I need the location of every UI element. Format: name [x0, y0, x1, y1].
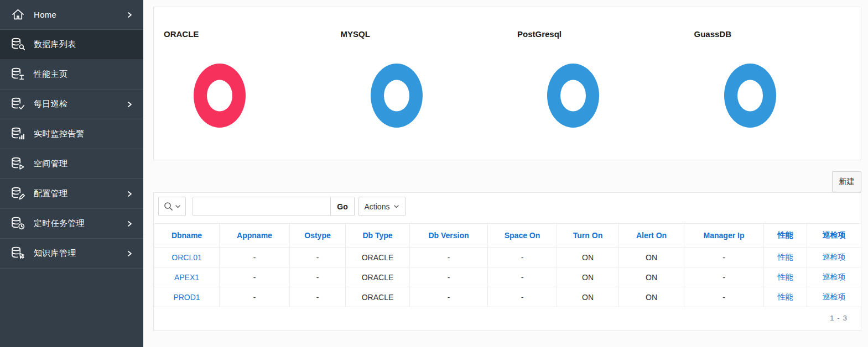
- cell-inspection: 巡检项: [807, 248, 861, 267]
- cell-dbname: ORCL01: [154, 248, 220, 267]
- cell-inspection: 巡检项: [807, 287, 861, 307]
- search-dropdown-button[interactable]: [158, 197, 186, 216]
- donut-ring: [724, 63, 777, 128]
- sidebar-item-daily-inspection[interactable]: 每日巡检: [0, 90, 143, 119]
- chart-title: PostGresql: [517, 29, 562, 39]
- database-list-report-card: Go Actions Dbname Appname Ostype Db Type…: [153, 192, 861, 330]
- cell-space-on: -: [488, 267, 557, 287]
- sidebar-item-home[interactable]: Home: [0, 0, 143, 30]
- search-icon: [164, 202, 173, 211]
- cell-db-version: -: [410, 248, 488, 267]
- sidebar-item-space-management[interactable]: 空间管理: [0, 149, 143, 179]
- database-play-icon: [11, 156, 25, 171]
- cell-ostype: -: [290, 287, 346, 307]
- database-pointer-icon: [11, 246, 25, 261]
- performance-link[interactable]: 性能: [778, 272, 793, 281]
- cell-manager-ip: -: [684, 267, 764, 287]
- column-header-ostype[interactable]: Ostype: [290, 224, 346, 248]
- cell-inspection: 巡检项: [807, 267, 861, 287]
- sidebar-item-label: 数据库列表: [34, 39, 133, 50]
- donut-ring: [370, 63, 423, 128]
- column-header-db-version[interactable]: Db Version: [410, 224, 488, 248]
- cell-db-type: ORACLE: [346, 267, 410, 287]
- dbname-link[interactable]: APEX1: [174, 273, 199, 282]
- database-chart-icon: [11, 127, 25, 141]
- sidebar-item-label: 空间管理: [34, 159, 133, 169]
- chart-title: MYSQL: [341, 29, 370, 39]
- sidebar-item-config-management[interactable]: 配置管理: [0, 179, 143, 209]
- donut-ring: [547, 63, 600, 128]
- sidebar-item-knowledge-base[interactable]: 知识库管理: [0, 239, 143, 269]
- database-search-icon: [11, 37, 25, 52]
- column-header-space-on[interactable]: Space On: [488, 224, 557, 248]
- sidebar-item-label: 实时监控告警: [34, 129, 133, 139]
- cell-appname: -: [220, 287, 290, 307]
- chevron-right-icon: [126, 220, 133, 228]
- database-type-charts-card: ORACLE MYSQL PostGresql GuassDB: [153, 7, 861, 160]
- chevron-right-icon: [126, 190, 133, 198]
- cell-appname: -: [220, 267, 290, 287]
- database-check-icon: [11, 97, 25, 112]
- column-header-alert-on[interactable]: Alert On: [619, 224, 684, 248]
- inspection-link[interactable]: 巡检项: [823, 272, 846, 281]
- column-header-performance[interactable]: 性能: [764, 224, 807, 248]
- donut-ring: [193, 63, 246, 128]
- cell-manager-ip: -: [684, 287, 764, 307]
- table-row: ORCL01 - - ORACLE - - ON ON - 性能 巡检项: [154, 248, 861, 267]
- chevron-down-icon: [175, 203, 181, 209]
- actions-button[interactable]: Actions: [358, 197, 406, 216]
- donut-chart-oracle: ORACLE: [154, 7, 331, 160]
- new-button[interactable]: 新建: [832, 171, 861, 192]
- chevron-right-icon: [126, 101, 133, 108]
- database-clock-icon: [11, 216, 25, 231]
- column-header-appname[interactable]: Appname: [220, 224, 290, 248]
- database-edit-icon: [11, 186, 25, 201]
- cell-alert-on: ON: [619, 287, 684, 307]
- inspection-link[interactable]: 巡检项: [823, 253, 846, 261]
- cell-db-version: -: [410, 287, 488, 307]
- column-header-manager-ip[interactable]: Manager Ip: [684, 224, 764, 248]
- cell-ostype: -: [290, 267, 346, 287]
- cell-alert-on: ON: [619, 248, 684, 267]
- cell-space-on: -: [488, 248, 557, 267]
- cell-space-on: -: [488, 287, 557, 307]
- column-header-turn-on[interactable]: Turn On: [557, 224, 619, 248]
- cell-turn-on: ON: [557, 248, 619, 267]
- donut-chart-mysql: MYSQL: [331, 7, 508, 160]
- chart-title: GuassDB: [694, 29, 732, 39]
- dbname-link[interactable]: PROD1: [173, 293, 200, 302]
- chart-title: ORACLE: [164, 29, 199, 39]
- search-input[interactable]: [193, 197, 331, 216]
- performance-link[interactable]: 性能: [778, 253, 793, 261]
- sidebar-item-database-list[interactable]: 数据库列表: [0, 30, 143, 60]
- home-icon: [11, 7, 25, 22]
- sidebar-item-realtime-monitoring-alerts[interactable]: 实时监控告警: [0, 119, 143, 149]
- cell-dbname: APEX1: [154, 267, 220, 287]
- cell-turn-on: ON: [557, 287, 619, 307]
- cell-db-type: ORACLE: [346, 248, 410, 267]
- column-header-inspection[interactable]: 巡检项: [807, 224, 861, 248]
- interactive-report-toolbar: Go Actions: [158, 197, 406, 216]
- database-table: Dbname Appname Ostype Db Type Db Version…: [154, 223, 861, 307]
- cell-db-version: -: [410, 267, 488, 287]
- dbname-link[interactable]: ORCL01: [171, 253, 201, 262]
- sidebar-item-label: 性能主页: [34, 69, 133, 80]
- cell-dbname: PROD1: [154, 287, 220, 307]
- sidebar-item-label: 知识库管理: [34, 248, 126, 259]
- cell-manager-ip: -: [684, 248, 764, 267]
- cell-appname: -: [220, 248, 290, 267]
- cell-performance: 性能: [764, 248, 807, 267]
- sidebar-item-performance-home[interactable]: 性能主页: [0, 60, 143, 90]
- table-row: PROD1 - - ORACLE - - ON ON - 性能 巡检项: [154, 287, 861, 307]
- inspection-link[interactable]: 巡检项: [823, 292, 846, 301]
- performance-link[interactable]: 性能: [778, 292, 793, 301]
- chevron-right-icon: [126, 250, 133, 257]
- cell-ostype: -: [290, 248, 346, 267]
- column-header-db-type[interactable]: Db Type: [346, 224, 410, 248]
- go-button[interactable]: Go: [330, 197, 355, 216]
- column-header-dbname[interactable]: Dbname: [154, 224, 220, 248]
- cell-db-type: ORACLE: [346, 287, 410, 307]
- table-row: APEX1 - - ORACLE - - ON ON - 性能 巡检项: [154, 267, 861, 287]
- sidebar-item-scheduled-tasks[interactable]: 定时任务管理: [0, 209, 143, 239]
- pagination-label: 1 - 3: [830, 314, 848, 322]
